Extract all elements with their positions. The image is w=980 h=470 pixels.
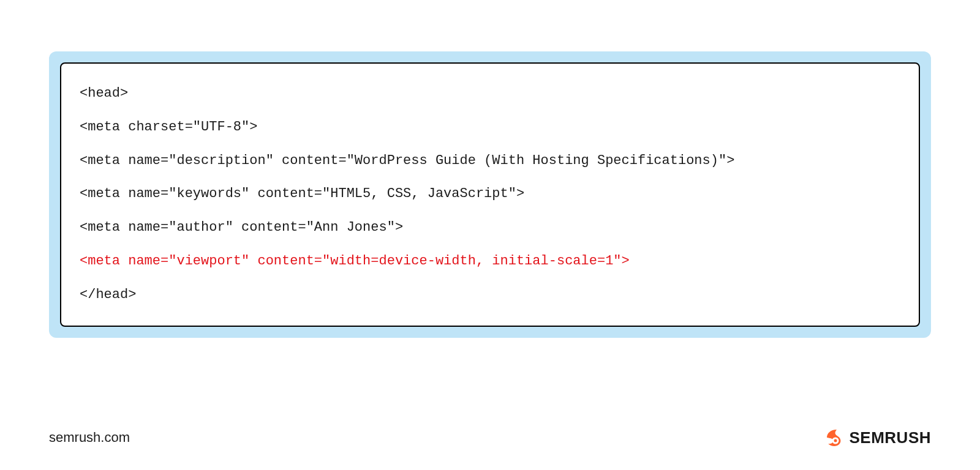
brand-logo: SEMRUSH [823,427,931,448]
code-line: <meta name="keywords" content="HTML5, CS… [80,185,900,204]
code-box: <head> <meta charset="UTF-8"> <meta name… [60,62,920,327]
code-frame: <head> <meta charset="UTF-8"> <meta name… [49,51,931,338]
code-line-highlighted: <meta name="viewport" content="width=dev… [80,252,900,271]
flame-icon [823,427,844,448]
code-line: <meta name="author" content="Ann Jones"> [80,218,900,237]
code-line: <head> [80,84,900,103]
brand-text: SEMRUSH [849,428,931,447]
footer: semrush.com SEMRUSH [49,427,931,448]
code-line: <meta charset="UTF-8"> [80,118,900,137]
code-line: </head> [80,286,900,305]
code-line: <meta name="description" content="WordPr… [80,152,900,171]
footer-url: semrush.com [49,430,130,446]
svg-point-1 [834,439,837,442]
